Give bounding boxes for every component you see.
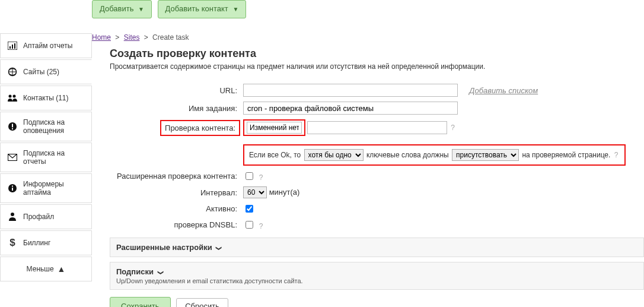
section-subscriptions-sub: Up/Down уведомления и email статистика д… (116, 277, 637, 284)
sidebar-item-label: Профайл (23, 213, 54, 221)
svg-rect-3 (14, 43, 15, 49)
breadcrumb: Home > Sites > Create task (92, 33, 644, 42)
sidebar-item-billing[interactable]: $ Биллинг (0, 230, 92, 255)
help-icon[interactable]: ? (451, 124, 455, 132)
interval-select[interactable]: 60 (243, 186, 267, 198)
svg-rect-13 (12, 186, 13, 187)
sidebar-item-profile[interactable]: Профайл (0, 204, 92, 229)
sidebar-item-label: Подписка на отчеты (23, 149, 85, 166)
sidebar-item-contacts[interactable]: Контакты (11) (0, 86, 92, 110)
chevron-down-icon: ▼ (232, 6, 238, 12)
url-input[interactable] (243, 84, 458, 97)
globe-icon (7, 66, 18, 78)
dollar-icon: $ (7, 237, 18, 249)
reset-button[interactable]: Сбросить (176, 298, 228, 307)
users-icon (7, 92, 18, 104)
task-name-label: Имя задания: (110, 99, 240, 117)
svg-rect-12 (12, 188, 13, 191)
content-check-input[interactable] (247, 122, 302, 134)
add-contact-button[interactable]: Добавить контакт ▼ (158, 0, 247, 18)
url-label: URL: (110, 81, 240, 99)
content-check-label: Проверка контента: (160, 120, 240, 136)
sidebar-item-sites[interactable]: Сайты (25) (0, 59, 92, 84)
sidebar-item-uptime-reports[interactable]: Аптайм отчеты (0, 33, 92, 58)
svg-rect-2 (12, 45, 13, 49)
interval-unit: минут(а) (269, 188, 300, 197)
svg-rect-8 (12, 124, 13, 128)
dnsbl-label: проверка DNSBL: (110, 217, 240, 233)
rule-prefix: Если все Ok, то (249, 151, 301, 159)
add-button[interactable]: Добавить ▼ (92, 0, 152, 18)
section-subscriptions[interactable]: Подписки ❯ Up/Down уведомления и email с… (110, 262, 644, 290)
section-subscriptions-title: Подписки (116, 267, 154, 276)
chevron-down-icon: ❯ (157, 270, 164, 275)
rule-mid: ключевые слова должны (366, 151, 449, 159)
page-subtitle: Просматривается содержимое страницы на п… (110, 62, 644, 71)
info-icon (7, 182, 18, 194)
svg-rect-1 (9, 46, 11, 49)
sidebar-item-informers[interactable]: Информеры аптайма (0, 173, 92, 203)
svg-point-6 (13, 95, 16, 98)
sidebar-collapse[interactable]: Меньше ▲ (0, 257, 92, 281)
ext-check-label: Расширенная проверка контента: (110, 168, 240, 184)
sidebar-item-report-subscription[interactable]: Подписка на отчеты (0, 143, 92, 172)
page-title: Создать проверку контента (110, 48, 644, 60)
help-icon[interactable]: ? (614, 151, 619, 159)
chevron-up-icon: ▲ (58, 263, 66, 275)
alert-icon (7, 121, 18, 132)
keyword-rule-row: Если все Ok, то хотя бы одно ключевые сл… (243, 144, 626, 166)
interval-label: Интервал: (110, 184, 240, 201)
svg-point-14 (11, 213, 14, 216)
task-name-input[interactable] (243, 102, 458, 115)
sidebar-item-label: Информеры аптайма (23, 180, 85, 197)
help-icon[interactable]: ? (259, 222, 263, 230)
sidebar-item-label: Контакты (11) (23, 94, 69, 102)
sidebar-item-alert-subscription[interactable]: Подписка на оповещения (0, 112, 92, 141)
help-icon[interactable]: ? (259, 173, 263, 182)
breadcrumb-home[interactable]: Home (92, 33, 111, 42)
breadcrumb-sites[interactable]: Sites (124, 33, 140, 42)
add-contact-label: Добавить контакт (165, 4, 228, 13)
sidebar-item-label: Аптайм отчеты (23, 42, 72, 50)
keyword-presence-select[interactable]: присутствовать (452, 149, 519, 161)
bar-chart-icon (7, 40, 18, 52)
sidebar-item-label: Подписка на оповещения (23, 118, 85, 135)
breadcrumb-current: Create task (152, 33, 189, 42)
sidebar-item-label: Биллинг (23, 239, 50, 247)
chevron-down-icon: ▼ (138, 6, 144, 12)
envelope-icon (7, 151, 18, 163)
section-advanced[interactable]: Расширенные настройки ❯ (110, 238, 644, 257)
user-icon (7, 211, 18, 223)
keyword-qty-select[interactable]: хотя бы одно (304, 149, 364, 161)
save-button[interactable]: Сохранить (110, 297, 171, 307)
svg-point-5 (9, 95, 12, 98)
ext-check-checkbox[interactable] (246, 172, 253, 180)
rule-suffix: на проверяемой странице. (522, 151, 610, 159)
dnsbl-checkbox[interactable] (246, 221, 253, 229)
chevron-down-icon: ❯ (216, 246, 222, 251)
sidebar-less-label: Меньше (27, 265, 54, 273)
content-check-extra-input[interactable] (307, 121, 447, 134)
svg-rect-9 (12, 128, 13, 129)
active-label: Активно: (110, 201, 240, 217)
active-checkbox[interactable] (246, 205, 253, 213)
add-list-link[interactable]: Добавить списком (469, 86, 538, 95)
sidebar-item-label: Сайты (25) (23, 68, 59, 76)
section-advanced-title: Расширенные настройки (116, 243, 212, 252)
add-label: Добавить (100, 4, 133, 13)
